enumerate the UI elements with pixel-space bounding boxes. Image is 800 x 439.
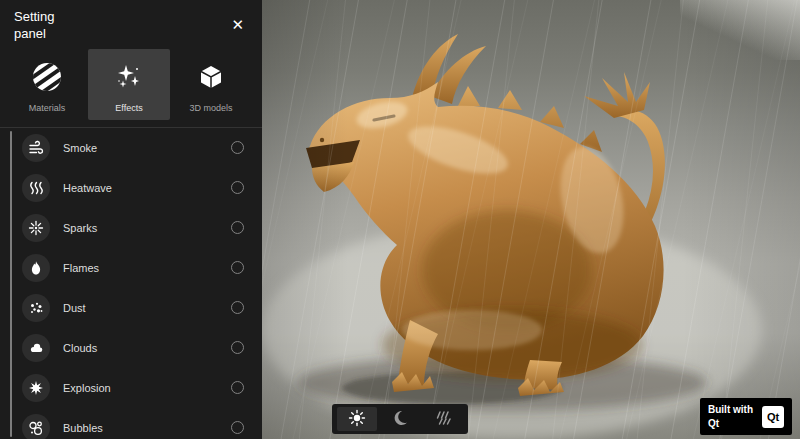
effect-label: Dust bbox=[63, 302, 231, 314]
explosion-icon bbox=[22, 374, 50, 402]
qt-badge-line1: Built with bbox=[708, 403, 753, 417]
effect-row-clouds[interactable]: Clouds bbox=[22, 328, 262, 368]
effect-radio[interactable] bbox=[231, 421, 244, 434]
effect-label: Clouds bbox=[63, 342, 231, 354]
built-with-qt-badge[interactable]: Built with Qt Qt bbox=[700, 398, 792, 435]
sparkles-icon bbox=[109, 57, 149, 97]
effect-label: Smoke bbox=[63, 142, 231, 154]
rain-icon bbox=[434, 409, 452, 430]
setting-panel: Setting panel ✕ bbox=[0, 0, 262, 439]
effect-label: Heatwave bbox=[63, 182, 231, 194]
effect-row-heatwave[interactable]: Heatwave bbox=[22, 168, 262, 208]
qt-badge-text: Built with Qt bbox=[708, 403, 753, 430]
effect-radio[interactable] bbox=[231, 221, 244, 234]
environment-toolbar bbox=[332, 404, 468, 434]
dust-icon bbox=[22, 294, 50, 322]
tab-materials[interactable]: Materials bbox=[6, 49, 88, 120]
smoke-icon bbox=[22, 134, 50, 162]
panel-header: Setting panel ✕ bbox=[0, 0, 262, 45]
sun-button[interactable] bbox=[337, 407, 377, 431]
effect-row-sparks[interactable]: Sparks bbox=[22, 208, 262, 248]
effect-row-flames[interactable]: Flames bbox=[22, 248, 262, 288]
effect-radio[interactable] bbox=[231, 381, 244, 394]
tab-materials-label: Materials bbox=[29, 103, 66, 113]
tab-effects[interactable]: Effects bbox=[88, 49, 170, 120]
striped-sphere-icon bbox=[27, 57, 67, 97]
effect-radio[interactable] bbox=[231, 261, 244, 274]
effects-list: Smoke Heatwave bbox=[0, 128, 262, 439]
effect-row-dust[interactable]: Dust bbox=[22, 288, 262, 328]
effect-radio[interactable] bbox=[231, 141, 244, 154]
list-scrollbar[interactable] bbox=[10, 131, 12, 437]
sun-icon bbox=[348, 409, 366, 430]
app-window: Setting panel ✕ bbox=[0, 0, 800, 439]
dragon-model bbox=[262, 0, 800, 439]
effect-row-smoke[interactable]: Smoke bbox=[22, 128, 262, 168]
effect-label: Explosion bbox=[63, 382, 231, 394]
tab-3d-models-label: 3D models bbox=[189, 103, 232, 113]
tab-3d-models[interactable]: 3D models bbox=[170, 49, 252, 120]
cube-icon bbox=[191, 57, 231, 97]
effect-row-bubbles[interactable]: Bubbles bbox=[22, 408, 262, 439]
effect-label: Flames bbox=[63, 262, 231, 274]
category-tabs: Materials Effects bbox=[0, 49, 262, 120]
panel-title: Setting panel bbox=[14, 9, 78, 43]
heatwave-icon bbox=[22, 174, 50, 202]
effect-label: Sparks bbox=[63, 222, 231, 234]
effect-label: Bubbles bbox=[63, 422, 231, 434]
sparks-icon bbox=[22, 214, 50, 242]
moon-icon bbox=[391, 409, 409, 430]
bubbles-icon bbox=[22, 414, 50, 439]
qt-badge-line2: Qt bbox=[708, 417, 753, 431]
effect-radio[interactable] bbox=[231, 341, 244, 354]
rain-button[interactable] bbox=[423, 407, 463, 431]
clouds-icon bbox=[22, 334, 50, 362]
tab-effects-label: Effects bbox=[115, 103, 142, 113]
3d-viewport[interactable] bbox=[262, 0, 800, 439]
effect-radio[interactable] bbox=[231, 301, 244, 314]
flames-icon bbox=[22, 254, 50, 282]
effect-radio[interactable] bbox=[231, 181, 244, 194]
moon-button[interactable] bbox=[380, 407, 420, 431]
close-button[interactable]: ✕ bbox=[229, 15, 246, 34]
qt-logo: Qt bbox=[762, 406, 784, 428]
effect-row-explosion[interactable]: Explosion bbox=[22, 368, 262, 408]
